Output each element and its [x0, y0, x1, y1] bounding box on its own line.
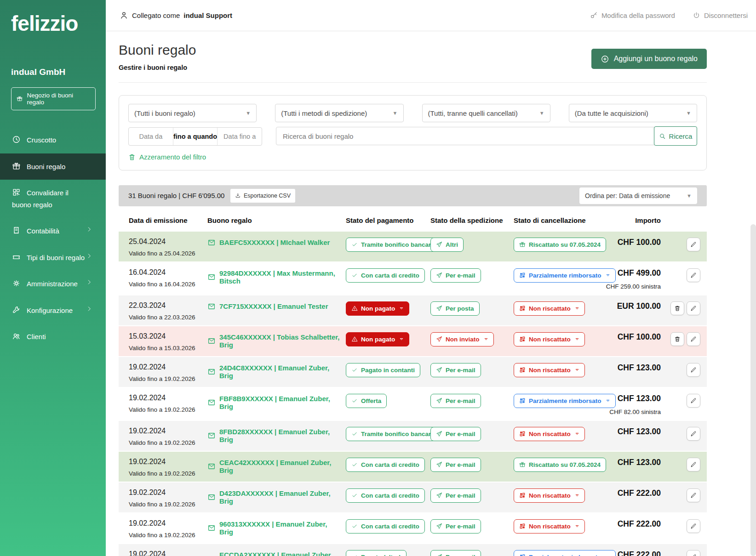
payment-status-badge[interactable]: Pagato in contanti: [346, 363, 420, 377]
add-voucher-button[interactable]: Aggiungi un buono regalo: [591, 49, 707, 69]
cancellation-status-badge[interactable]: Non riscattato: [514, 363, 585, 377]
envelope-icon: [207, 462, 216, 471]
payment-status-badge[interactable]: Con carta di credito: [346, 458, 425, 472]
sidebar-item-convalidare-il-buono-regalo[interactable]: Convalidare il buono regalo: [0, 180, 106, 218]
sidebar-item-amministrazione[interactable]: Amministrazione: [0, 271, 106, 297]
delete-voucher-button[interactable]: [670, 301, 684, 315]
voucher-link[interactable]: BAEFC5XXXXXX | MIchael Walker: [207, 238, 342, 247]
voucher-link[interactable]: 8FBD28XXXXXX | Emanuel Zuber, Brig: [207, 428, 342, 443]
edit-voucher-button[interactable]: [687, 458, 700, 471]
acquisition-select[interactable]: (Da tutte le acquisizioni) ▼: [569, 104, 697, 122]
shipping-status-badge[interactable]: Per e-mail: [430, 519, 481, 533]
voucher-link[interactable]: 24D4C8XXXXXX | Emanuel Zuber, Brig: [207, 364, 342, 380]
payment-status-badge[interactable]: Pagato (altro): [346, 550, 407, 556]
scrollbar[interactable]: [750, 224, 756, 556]
cancellation-status-badge[interactable]: Riscattato su 07.05.2024: [514, 458, 606, 472]
sidebar: felizzio indual GmbH Negozio di buoni re…: [0, 0, 106, 556]
date-range-separator[interactable]: fino a quando: [173, 128, 218, 145]
caret-down-icon: [575, 368, 579, 372]
edit-voucher-button[interactable]: [687, 268, 700, 282]
cancellation-status-badge[interactable]: Parzialmente rimborsato: [514, 268, 616, 283]
cancellation-status-badge[interactable]: Riscattato su 07.05.2024: [514, 238, 606, 252]
cancellation-state-select[interactable]: (Tutti, tranne quelli cancellati) ▼: [422, 104, 550, 122]
pencil-icon: [690, 241, 697, 248]
cancellation-status-badge[interactable]: Parzialmente rimborsato: [514, 394, 616, 408]
pencil-icon: [690, 431, 697, 437]
col-header-date: Data di emissione: [129, 216, 207, 224]
shipping-method-select[interactable]: (Tutti i metodi di spedizione) ▼: [275, 104, 403, 122]
shipping-status-badge[interactable]: Non inviato: [430, 332, 494, 346]
shipping-status-badge[interactable]: Per e-mail: [430, 394, 481, 408]
voucher-link[interactable]: FBF8B9XXXXXX | Emanuel Zuber, Brig: [207, 395, 342, 410]
voucher-link[interactable]: 7CF715XXXXXX | Emanuel Tester: [207, 302, 342, 311]
shipping-status-badge[interactable]: Per posta: [430, 301, 480, 316]
search-input[interactable]: [276, 127, 654, 145]
shipping-status-badge[interactable]: Per e-mail: [430, 550, 481, 556]
date-to-input[interactable]: Data fino a: [217, 128, 262, 145]
shipping-status-badge[interactable]: Per e-mail: [430, 427, 481, 441]
search-button[interactable]: Ricerca: [654, 126, 697, 146]
edit-voucher-button[interactable]: [687, 332, 700, 346]
cancellation-status-badge[interactable]: Non riscattato: [514, 301, 585, 316]
voucher-link[interactable]: ECCDA2XXXXXX | Emanuel Zuber, Brig: [207, 551, 342, 556]
cancellation-status-badge[interactable]: Non riscattato: [514, 488, 585, 503]
col-header-amount: Importo: [604, 216, 670, 224]
edit-voucher-button[interactable]: [687, 488, 700, 502]
delete-voucher-button[interactable]: [670, 332, 684, 346]
valid-until: Valido fino a 19.02.2026: [129, 406, 204, 413]
cancellation-status-badge-label: Non riscattato: [529, 305, 571, 312]
cancellation-status-badge-label: Riscattato su 07.05.2024: [529, 461, 601, 468]
trash-icon: [674, 305, 681, 312]
payment-status-badge[interactable]: Tramite bonifico bancario: [346, 427, 442, 441]
edit-voucher-button[interactable]: [687, 550, 700, 556]
shipping-status-badge[interactable]: Per e-mail: [430, 488, 481, 503]
voucher-code: FBF8B9XXXXXX | Emanuel Zuber, Brig: [219, 395, 342, 410]
voucher-link[interactable]: 92984DXXXXXX | Max Mustermann, Bitsch: [207, 269, 342, 285]
payment-status-badge[interactable]: Con carta di credito: [346, 488, 425, 503]
payment-status-badge[interactable]: Non pagato: [346, 332, 409, 346]
edit-voucher-button[interactable]: [687, 363, 700, 377]
date-from-input[interactable]: Data da: [129, 128, 173, 145]
shipping-status-badge[interactable]: Per e-mail: [430, 363, 481, 377]
logout-link[interactable]: Disconnettersi: [693, 11, 748, 19]
payment-status-badge[interactable]: Offerta: [346, 394, 387, 408]
shipping-status-badge[interactable]: Per e-mail: [430, 458, 481, 472]
edit-voucher-button[interactable]: [687, 301, 700, 315]
shipping-status-badge[interactable]: Per e-mail: [430, 268, 481, 283]
sidebar-item-buoni-regalo[interactable]: Buoni regalo: [0, 153, 106, 180]
check-icon: [351, 241, 358, 248]
change-password-link[interactable]: Modifica della password: [590, 11, 675, 19]
shipping-status-badge-label: Per e-mail: [446, 523, 475, 530]
sort-select[interactable]: Ordina per: Data di emissione ▼: [579, 187, 697, 204]
cancellation-status-badge[interactable]: Parzialmente rimborsato: [514, 550, 616, 556]
voucher-link[interactable]: D423DAXXXXXX | Emanuel Zuber, Brig: [207, 489, 342, 505]
edit-voucher-button[interactable]: [687, 238, 700, 251]
sidebar-item-tipi-di-buoni-regalo[interactable]: Tipi di buoni regalo: [0, 244, 106, 271]
envelope-icon: [207, 431, 216, 440]
payment-status-badge[interactable]: Non pagato: [346, 301, 409, 316]
plane-icon: [436, 397, 442, 404]
payment-status-badge[interactable]: Tramite bonifico bancario: [346, 238, 442, 252]
voucher-type-select[interactable]: (Tutti i buoni regalo) ▼: [128, 104, 257, 122]
sidebar-item-konfigurazione[interactable]: Konfigurazione: [0, 297, 106, 324]
reset-filter-link[interactable]: Azzeramento del filtro: [128, 153, 206, 161]
edit-voucher-button[interactable]: [687, 427, 700, 441]
sidebar-item-cruscotto[interactable]: Cruscotto: [0, 127, 106, 153]
payment-status-badge[interactable]: Con carta di credito: [346, 519, 425, 533]
cancellation-status-badge[interactable]: Non riscattato: [514, 332, 585, 346]
cancellation-status-badge[interactable]: Non riscattato: [514, 519, 585, 533]
payment-status-badge[interactable]: Con carta di credito: [346, 268, 425, 283]
sidebar-item-clienti[interactable]: Clienti: [0, 323, 106, 350]
cancellation-status-badge[interactable]: Non riscattato: [514, 427, 585, 441]
voucher-link[interactable]: 960313XXXXXX | Emanuel Zuber, Brig: [207, 520, 342, 536]
issue-date: 19.02.2024: [129, 427, 204, 435]
voucher-shop-button[interactable]: Negozio di buoni regalo: [11, 87, 96, 110]
edit-voucher-button[interactable]: [687, 394, 700, 408]
export-csv-button[interactable]: Esportazione CSV: [230, 189, 295, 203]
voucher-link[interactable]: 345C46XXXXXX | Tobias Schalbetter, Brig: [207, 333, 342, 349]
sidebar-item-contabilit-[interactable]: Contabilità: [0, 218, 106, 244]
voucher-link[interactable]: CEAC42XXXXXX | Emanuel Zuber, Brig: [207, 459, 342, 474]
edit-voucher-button[interactable]: [687, 519, 700, 533]
person-icon: [120, 11, 128, 20]
shipping-status-badge[interactable]: Altri: [430, 238, 464, 252]
